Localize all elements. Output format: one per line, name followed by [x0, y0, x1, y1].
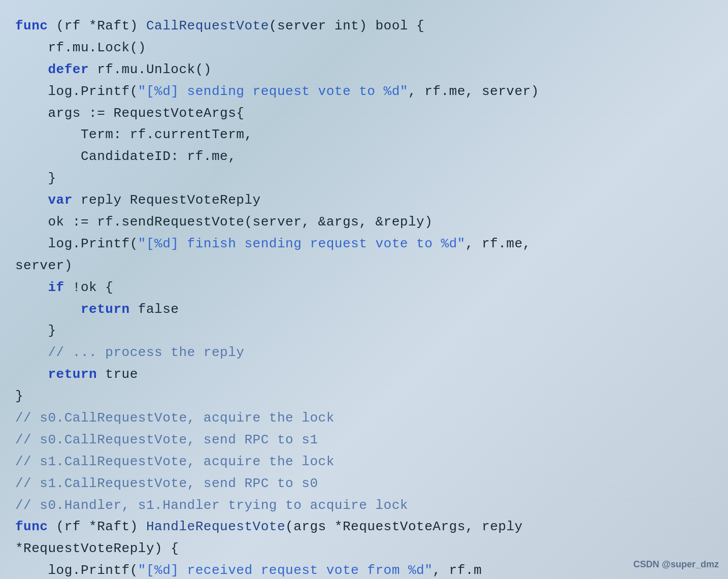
code-line: // s0.CallRequestVote, send RPC to s1 — [15, 429, 718, 451]
code-line: func (rf *Raft) HandleRequestVote(args *… — [15, 516, 718, 538]
code-line: func (rf *Raft) CallRequestVote(server i… — [15, 15, 718, 37]
code-line: log.Printf("[%d] received request vote f… — [15, 560, 718, 579]
code-line: // s1.CallRequestVote, acquire the lock — [15, 451, 718, 473]
code-line: } — [15, 320, 718, 342]
code-line: // ... process the reply — [15, 342, 718, 364]
code-line: return false — [15, 299, 718, 320]
code-line: CandidateID: rf.me, — [15, 146, 718, 168]
code-line: args := RequestVoteArgs{ — [15, 103, 718, 124]
code-line: // s1.CallRequestVote, send RPC to s0 — [15, 473, 718, 495]
code-line: // s0.CallRequestVote, acquire the lock — [15, 407, 718, 429]
code-line: } — [15, 168, 718, 189]
code-line: defer rf.mu.Unlock() — [15, 59, 718, 81]
code-line: rf.mu.Lock() — [15, 37, 718, 59]
code-line: server) — [15, 255, 718, 277]
code-line: return true — [15, 364, 718, 385]
code-line: var reply RequestVoteReply — [15, 189, 718, 211]
code-line: *RequestVoteReply) { — [15, 538, 718, 560]
code-line: log.Printf("[%d] sending request vote to… — [15, 81, 718, 103]
code-line: if !ok { — [15, 277, 718, 299]
code-line: } — [15, 385, 718, 407]
code-block: func (rf *Raft) CallRequestVote(server i… — [15, 15, 718, 579]
watermark: CSDN @super_dmz — [633, 559, 719, 570]
code-container: func (rf *Raft) CallRequestVote(server i… — [0, 0, 728, 579]
code-line: // s0.Handler, s1.Handler trying to acqu… — [15, 495, 718, 517]
code-line: ok := rf.sendRequestVote(server, &args, … — [15, 211, 718, 233]
code-line: log.Printf("[%d] finish sending request … — [15, 233, 718, 255]
code-line: Term: rf.currentTerm, — [15, 124, 718, 146]
